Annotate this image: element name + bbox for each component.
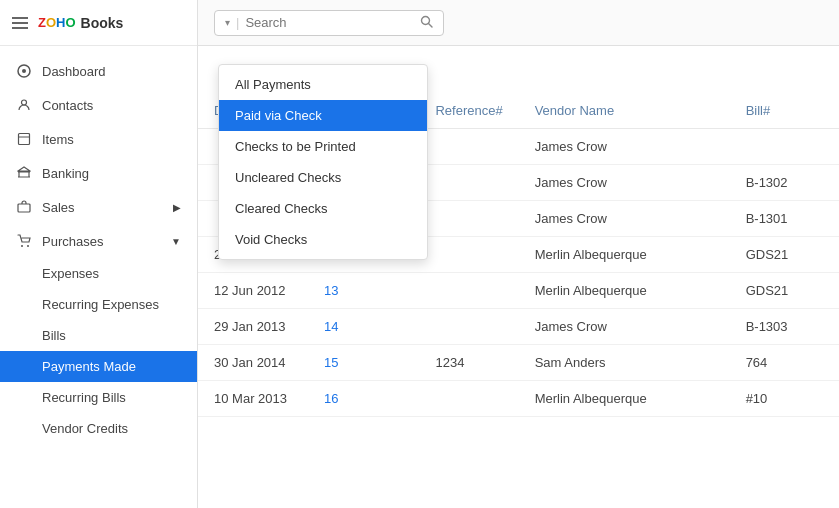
col-header-reference[interactable]: Reference# [419, 93, 518, 129]
bills-label: Bills [42, 328, 66, 343]
logo-z: Z [38, 15, 46, 30]
search-box[interactable]: ▾ | [214, 10, 444, 36]
cell-reference-6: 1234 [419, 345, 518, 381]
svg-point-2 [22, 100, 27, 105]
logo-books: Books [81, 15, 124, 31]
search-separator: | [236, 15, 239, 30]
sidebar-sales-label: Sales [42, 200, 75, 215]
purchases-icon [16, 233, 32, 249]
svg-point-6 [21, 245, 23, 247]
cell-bill-3: GDS21 [730, 237, 839, 273]
svg-rect-5 [18, 204, 30, 212]
hamburger-menu[interactable] [12, 17, 28, 29]
check-link-7[interactable]: 16 [324, 391, 338, 406]
search-type-arrow[interactable]: ▾ [225, 17, 230, 28]
cell-check-6[interactable]: 15 [308, 345, 419, 381]
expenses-label: Expenses [42, 266, 99, 281]
banking-icon [16, 165, 32, 181]
cell-reference-1 [419, 165, 518, 201]
cell-check-7[interactable]: 16 [308, 381, 419, 417]
cell-date-4: 12 Jun 2012 [198, 273, 308, 309]
sidebar-item-items[interactable]: Items [0, 122, 197, 156]
table-row: 29 Jan 201314James CrowB-1303 [198, 309, 839, 345]
cell-reference-2 [419, 201, 518, 237]
app-header: ZOHO Books [0, 0, 197, 46]
page-header: Paid via Check ▾ All Payments Paid via C… [198, 46, 839, 93]
items-icon [16, 131, 32, 147]
recurring-bills-label: Recurring Bills [42, 390, 126, 405]
cell-bill-6: 764 [730, 345, 839, 381]
svg-rect-3 [19, 134, 30, 145]
sidebar-item-recurring-bills[interactable]: Recurring Bills [0, 382, 197, 413]
svg-point-7 [27, 245, 29, 247]
cell-vendor-7: Merlin Albequerque [519, 381, 730, 417]
cell-check-5[interactable]: 14 [308, 309, 419, 345]
dropdown-item-cleared-checks[interactable]: Cleared Checks [219, 193, 427, 224]
topbar: ▾ | [198, 0, 839, 46]
logo-o2: O [65, 15, 75, 30]
cell-vendor-3: Merlin Albequerque [519, 237, 730, 273]
cell-reference-5 [419, 309, 518, 345]
sidebar-items-label: Items [42, 132, 74, 147]
recurring-expenses-label: Recurring Expenses [42, 297, 159, 312]
cell-vendor-0: James Crow [519, 129, 730, 165]
logo-o: O [46, 15, 56, 30]
sidebar-item-sales[interactable]: Sales ▶ [0, 190, 197, 224]
sidebar-item-recurring-expenses[interactable]: Recurring Expenses [0, 289, 197, 320]
col-header-bill[interactable]: Bill# [730, 93, 839, 129]
dropdown-item-uncleared-checks[interactable]: Uncleared Checks [219, 162, 427, 193]
cell-date-5: 29 Jan 2013 [198, 309, 308, 345]
cell-reference-0 [419, 129, 518, 165]
sidebar-purchases-label: Purchases [42, 234, 103, 249]
sidebar-item-bills[interactable]: Bills [0, 320, 197, 351]
cell-vendor-6: Sam Anders [519, 345, 730, 381]
dashboard-icon [16, 63, 32, 79]
sidebar-banking-label: Banking [42, 166, 89, 181]
app-logo: ZOHO Books [38, 15, 123, 31]
cell-check-4[interactable]: 13 [308, 273, 419, 309]
sidebar-item-payments-made[interactable]: Payments Made [0, 351, 197, 382]
dropdown-item-void-checks[interactable]: Void Checks [219, 224, 427, 255]
cell-vendor-4: Merlin Albequerque [519, 273, 730, 309]
check-link-4[interactable]: 13 [324, 283, 338, 298]
sidebar-item-contacts[interactable]: Contacts [0, 88, 197, 122]
check-link-5[interactable]: 14 [324, 319, 338, 334]
dropdown-item-checks-to-be-printed[interactable]: Checks to be Printed [219, 131, 427, 162]
contacts-icon [16, 97, 32, 113]
cell-bill-2: B-1301 [730, 201, 839, 237]
cell-bill-4: GDS21 [730, 273, 839, 309]
sidebar-item-banking[interactable]: Banking [0, 156, 197, 190]
svg-point-1 [22, 69, 26, 73]
view-dropdown-container: Paid via Check ▾ All Payments Paid via C… [218, 62, 364, 85]
cell-bill-5: B-1303 [730, 309, 839, 345]
cell-bill-0 [730, 129, 839, 165]
cell-vendor-2: James Crow [519, 201, 730, 237]
sidebar-item-dashboard[interactable]: Dashboard [0, 54, 197, 88]
sidebar-item-purchases[interactable]: Purchases ▼ [0, 224, 197, 258]
table-row: 12 Jun 201213Merlin AlbequerqueGDS21 [198, 273, 839, 309]
sidebar-dashboard-label: Dashboard [42, 64, 106, 79]
search-input[interactable] [245, 15, 414, 30]
cell-date-6: 30 Jan 2014 [198, 345, 308, 381]
cell-bill-7: #10 [730, 381, 839, 417]
purchases-arrow-icon: ▼ [171, 236, 181, 247]
search-icon [420, 15, 433, 31]
check-link-6[interactable]: 15 [324, 355, 338, 370]
cell-bill-1: B-1302 [730, 165, 839, 201]
sidebar-contacts-label: Contacts [42, 98, 93, 113]
dropdown-item-paid-via-check[interactable]: Paid via Check [219, 100, 427, 131]
view-dropdown-menu: All Payments Paid via Check Checks to be… [218, 64, 428, 260]
main-content: ▾ | Paid via Check ▾ All Payments Paid v… [198, 0, 839, 508]
cell-date-7: 10 Mar 2013 [198, 381, 308, 417]
sidebar-item-expenses[interactable]: Expenses [0, 258, 197, 289]
cell-vendor-1: James Crow [519, 165, 730, 201]
dropdown-item-all-payments[interactable]: All Payments [219, 69, 427, 100]
svg-line-9 [429, 23, 433, 27]
vendor-credits-label: Vendor Credits [42, 421, 128, 436]
cell-reference-3 [419, 237, 518, 273]
sidebar-nav: Dashboard Contacts Items Banking Sales [0, 46, 197, 452]
col-header-vendor[interactable]: Vendor Name [519, 93, 730, 129]
sales-arrow-icon: ▶ [173, 202, 181, 213]
sales-icon [16, 199, 32, 215]
sidebar-item-vendor-credits[interactable]: Vendor Credits [0, 413, 197, 444]
